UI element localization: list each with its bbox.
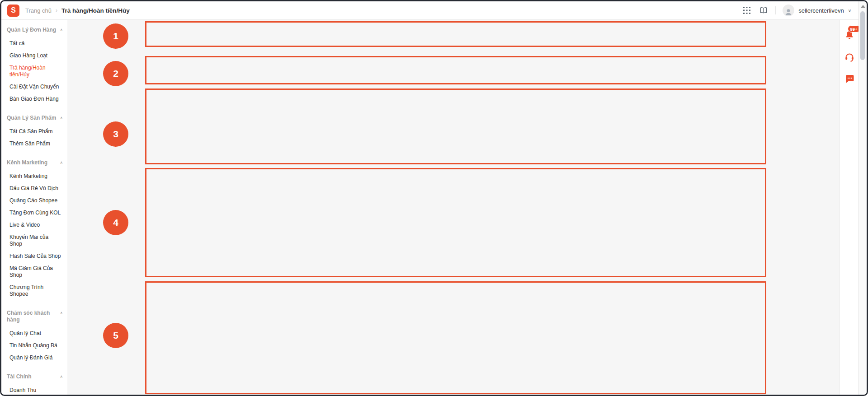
sidebar-section-header[interactable]: Chăm sóc khách hàng ∧ xyxy=(7,310,63,323)
sidebar-section-title: Quản Lý Đơn Hàng xyxy=(7,27,60,33)
sidebar-item[interactable]: Đấu Giá Rẻ Vô Địch xyxy=(7,182,62,195)
sidebar-item[interactable]: Quản lý Đánh Giá xyxy=(7,352,62,364)
topbar-divider xyxy=(775,6,776,14)
sidebar-section-header[interactable]: Quản Lý Sản Phẩm ∧ xyxy=(7,115,63,121)
sidebar-item[interactable]: Flash Sale Của Shop xyxy=(7,250,62,262)
user-avatar[interactable] xyxy=(783,5,794,16)
apps-grid-icon[interactable] xyxy=(742,5,752,15)
sidebar: Quản Lý Đơn Hàng ∧ Tất cảGiao Hàng LoạtT… xyxy=(1,20,67,395)
sidebar-section-header[interactable]: Tài Chính ∧ xyxy=(7,373,63,380)
sidebar-item[interactable]: Tất Cả Sản Phẩm xyxy=(7,126,62,138)
sidebar-section-products: Quản Lý Sản Phẩm ∧ Tất Cả Sản PhẩmThêm S… xyxy=(1,105,67,150)
sidebar-section-title: Tài Chính xyxy=(7,373,60,380)
breadcrumb-separator-icon: › xyxy=(56,7,57,14)
chevron-down-icon[interactable]: ∨ xyxy=(848,8,851,13)
sidebar-section-finance: Tài Chính ∧ Doanh ThuSố dư TK ShopeeTài … xyxy=(1,364,67,395)
sidebar-section-header[interactable]: Quản Lý Đơn Hàng ∧ xyxy=(7,27,63,33)
user-name[interactable]: sellercenterlivevn xyxy=(798,7,844,14)
vertical-scrollbar[interactable] xyxy=(859,1,867,395)
chevron-up-icon: ∧ xyxy=(60,310,63,315)
guide-book-icon[interactable] xyxy=(759,5,769,15)
sidebar-section-title: Kênh Marketing xyxy=(7,159,60,166)
chevron-up-icon: ∧ xyxy=(60,115,63,120)
sidebar-section-customer-care: Chăm sóc khách hàng ∧ Quản lý ChatTin Nh… xyxy=(1,300,67,364)
sidebar-item[interactable]: Giao Hàng Loạt xyxy=(7,50,62,62)
sidebar-item[interactable]: Cài Đặt Vận Chuyển xyxy=(7,81,62,93)
sidebar-item[interactable]: Live & Video xyxy=(7,219,62,231)
sidebar-item[interactable]: Mã Giảm Giá Của Shop xyxy=(7,262,62,281)
sidebar-item[interactable]: Tất cả xyxy=(7,37,62,50)
support-headset-icon[interactable] xyxy=(844,51,855,62)
sidebar-section-marketing: Kênh Marketing ∧ Kênh MarketingĐấu Giá R… xyxy=(1,150,67,300)
main-content xyxy=(67,20,840,395)
notifications-bell-icon[interactable]: 99+ xyxy=(844,30,855,41)
sidebar-section-header[interactable]: Kênh Marketing ∧ xyxy=(7,159,63,166)
sidebar-item[interactable]: Kênh Marketing xyxy=(7,170,62,182)
sidebar-item[interactable]: Quảng Cáo Shopee xyxy=(7,195,62,207)
sidebar-item[interactable]: Chương Trình Shopee xyxy=(7,281,62,300)
sidebar-item[interactable]: Tăng Đơn Cùng KOL xyxy=(7,207,62,219)
app-window: S Trang chủ › Trả hàng/Hoàn tiền/Hủy sel… xyxy=(0,0,868,396)
floating-toolbar: 99+ xyxy=(840,20,859,395)
chevron-up-icon: ∧ xyxy=(60,373,63,379)
chat-bubble-icon[interactable] xyxy=(844,73,855,84)
sidebar-item[interactable]: Bàn Giao Đơn Hàng xyxy=(7,93,62,105)
sidebar-item[interactable]: Tin Nhắn Quảng Bá xyxy=(7,340,62,352)
sidebar-section-orders: Quản Lý Đơn Hàng ∧ Tất cảGiao Hàng LoạtT… xyxy=(1,20,67,105)
sidebar-item[interactable]: Thêm Sản Phẩm xyxy=(7,138,62,150)
sidebar-section-title: Chăm sóc khách hàng xyxy=(7,310,60,323)
scroll-up-arrow[interactable] xyxy=(861,5,865,8)
sidebar-item[interactable]: Doanh Thu xyxy=(7,384,62,395)
breadcrumb-current: Trả hàng/Hoàn tiền/Hủy xyxy=(61,7,130,14)
scrollbar-thumb[interactable] xyxy=(860,11,865,60)
sidebar-item[interactable]: Quản lý Chat xyxy=(7,327,62,340)
chevron-up-icon: ∧ xyxy=(60,159,63,165)
sidebar-item[interactable]: Trả hàng/Hoàn tiền/Hủy xyxy=(7,62,62,81)
sidebar-item[interactable]: Khuyến Mãi của Shop xyxy=(7,231,62,250)
top-bar: S Trang chủ › Trả hàng/Hoàn tiền/Hủy sel… xyxy=(1,1,859,20)
chevron-up-icon: ∧ xyxy=(60,27,63,32)
sidebar-section-title: Quản Lý Sản Phẩm xyxy=(7,115,60,121)
breadcrumb-home[interactable]: Trang chủ xyxy=(25,7,52,14)
shopee-logo-icon[interactable]: S xyxy=(7,5,19,17)
